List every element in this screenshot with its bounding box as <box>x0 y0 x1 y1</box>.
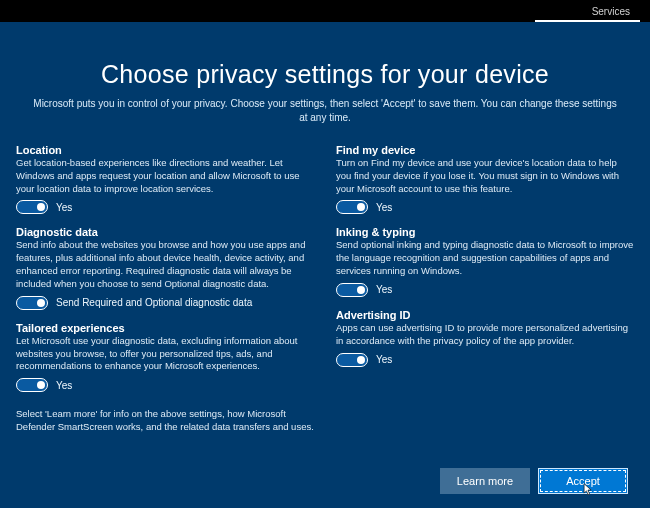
diagnostic-toggle[interactable] <box>16 296 48 310</box>
setting-desc: Let Microsoft use your diagnostic data, … <box>16 335 314 373</box>
toggle-label: Yes <box>56 202 72 213</box>
tailored-toggle[interactable] <box>16 378 48 392</box>
setting-inking-typing: Inking & typing Send optional inking and… <box>336 226 634 296</box>
toggle-row: Send Required and Optional diagnostic da… <box>16 296 314 310</box>
toggle-knob <box>357 203 365 211</box>
setting-title: Location <box>16 144 314 156</box>
setting-find-my-device: Find my device Turn on Find my device an… <box>336 144 634 214</box>
toggle-label: Yes <box>56 380 72 391</box>
content-area: Choose privacy settings for your device … <box>0 22 650 454</box>
toggle-label: Yes <box>376 284 392 295</box>
toggle-knob <box>357 286 365 294</box>
setting-tailored-experiences: Tailored experiences Let Microsoft use y… <box>16 322 314 392</box>
accept-button-label: Accept <box>566 475 600 487</box>
toggle-knob <box>357 356 365 364</box>
location-toggle[interactable] <box>16 200 48 214</box>
tab-underline <box>535 20 640 22</box>
toggle-label: Yes <box>376 202 392 213</box>
advertising-toggle[interactable] <box>336 353 368 367</box>
setting-desc: Send optional inking and typing diagnost… <box>336 239 634 277</box>
learn-more-button[interactable]: Learn more <box>440 468 530 494</box>
page-subtitle: Microsoft puts you in control of your pr… <box>30 97 620 124</box>
toggle-row: Yes <box>336 283 634 297</box>
footer-bar: Learn more Accept <box>0 454 650 508</box>
left-column: Location Get location-based experiences … <box>16 144 314 434</box>
right-column: Find my device Turn on Find my device an… <box>336 144 634 434</box>
settings-columns: Location Get location-based experiences … <box>16 144 634 434</box>
setting-title: Advertising ID <box>336 309 634 321</box>
toggle-row: Yes <box>336 200 634 214</box>
tab-services[interactable]: Services <box>592 6 630 17</box>
setting-advertising-id: Advertising ID Apps can use advertising … <box>336 309 634 367</box>
setting-title: Find my device <box>336 144 634 156</box>
setting-desc: Apps can use advertising ID to provide m… <box>336 322 634 348</box>
toggle-row: Yes <box>16 378 314 392</box>
toggle-row: Yes <box>16 200 314 214</box>
setting-location: Location Get location-based experiences … <box>16 144 314 214</box>
setting-title: Tailored experiences <box>16 322 314 334</box>
top-bar: Services <box>0 0 650 22</box>
accept-button[interactable]: Accept <box>538 468 628 494</box>
setting-desc: Turn on Find my device and use your devi… <box>336 157 634 195</box>
toggle-knob <box>37 381 45 389</box>
page-title: Choose privacy settings for your device <box>16 60 634 89</box>
setting-title: Inking & typing <box>336 226 634 238</box>
toggle-label: Yes <box>376 354 392 365</box>
inking-toggle[interactable] <box>336 283 368 297</box>
setting-desc: Get location-based experiences like dire… <box>16 157 314 195</box>
toggle-knob <box>37 203 45 211</box>
find-device-toggle[interactable] <box>336 200 368 214</box>
footnote-text: Select 'Learn more' for info on the abov… <box>16 408 314 434</box>
toggle-label: Send Required and Optional diagnostic da… <box>56 297 252 308</box>
setting-desc: Send info about the websites you browse … <box>16 239 314 290</box>
setting-title: Diagnostic data <box>16 226 314 238</box>
toggle-row: Yes <box>336 353 634 367</box>
setting-diagnostic-data: Diagnostic data Send info about the webs… <box>16 226 314 309</box>
toggle-knob <box>37 299 45 307</box>
